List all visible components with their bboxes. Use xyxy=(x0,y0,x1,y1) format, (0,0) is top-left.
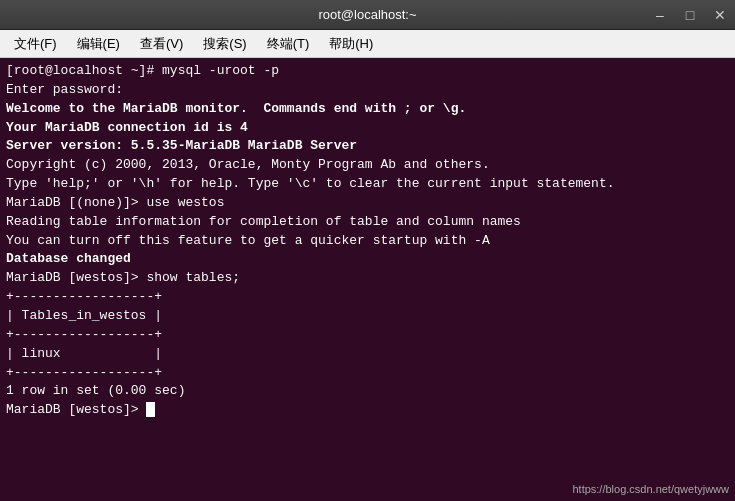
terminal-line: Server version: 5.5.35-MariaDB MariaDB S… xyxy=(6,137,729,156)
maximize-button[interactable]: □ xyxy=(675,0,705,30)
terminal-line: +------------------+ xyxy=(6,326,729,345)
menu-bar: 文件(F)编辑(E)查看(V)搜索(S)终端(T)帮助(H) xyxy=(0,30,735,58)
terminal-line: | linux | xyxy=(6,345,729,364)
title-bar-buttons: – □ ✕ xyxy=(645,0,735,29)
terminal-line: 1 row in set (0.00 sec) xyxy=(6,382,729,401)
title-bar: root@localhost:~ – □ ✕ xyxy=(0,0,735,30)
menu-item[interactable]: 搜索(S) xyxy=(193,30,256,57)
terminal-line: MariaDB [westos]> show tables; xyxy=(6,269,729,288)
minimize-button[interactable]: – xyxy=(645,0,675,30)
terminal-line: | Tables_in_westos | xyxy=(6,307,729,326)
terminal-line: Database changed xyxy=(6,250,729,269)
watermark: https://blog.csdn.net/qwetyjwww xyxy=(572,483,729,495)
terminal-line: Reading table information for completion… xyxy=(6,213,729,232)
menu-item[interactable]: 编辑(E) xyxy=(67,30,130,57)
terminal-body[interactable]: [root@localhost ~]# mysql -uroot -pEnter… xyxy=(0,58,735,501)
terminal-line: You can turn off this feature to get a q… xyxy=(6,232,729,251)
terminal-line: Enter password: xyxy=(6,81,729,100)
terminal-line: Welcome to the MariaDB monitor. Commands… xyxy=(6,100,729,119)
menu-item[interactable]: 文件(F) xyxy=(4,30,67,57)
terminal-line: MariaDB [westos]> xyxy=(6,401,729,420)
terminal-line: +------------------+ xyxy=(6,364,729,383)
terminal-window: root@localhost:~ – □ ✕ 文件(F)编辑(E)查看(V)搜索… xyxy=(0,0,735,501)
terminal-line: +------------------+ xyxy=(6,288,729,307)
close-button[interactable]: ✕ xyxy=(705,0,735,30)
menu-item[interactable]: 帮助(H) xyxy=(319,30,383,57)
terminal-line: Type 'help;' or '\h' for help. Type '\c'… xyxy=(6,175,729,194)
terminal-line: MariaDB [(none)]> use westos xyxy=(6,194,729,213)
terminal-line: [root@localhost ~]# mysql -uroot -p xyxy=(6,62,729,81)
terminal-cursor xyxy=(146,402,155,417)
title-bar-text: root@localhost:~ xyxy=(318,7,416,22)
terminal-line: Your MariaDB connection id is 4 xyxy=(6,119,729,138)
terminal-line: Copyright (c) 2000, 2013, Oracle, Monty … xyxy=(6,156,729,175)
menu-item[interactable]: 查看(V) xyxy=(130,30,193,57)
menu-item[interactable]: 终端(T) xyxy=(257,30,320,57)
